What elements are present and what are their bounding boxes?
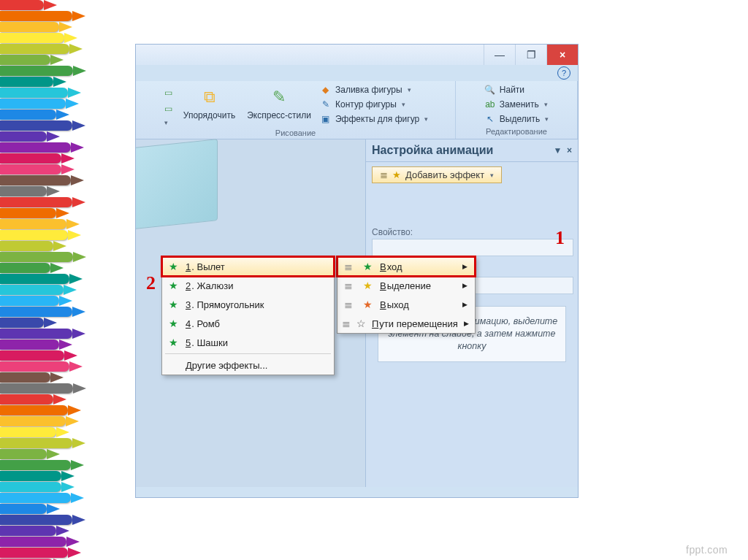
pencil-0 [0, 0, 44, 10]
arrange-button[interactable]: ⧉ Упорядочить [180, 84, 238, 122]
pencil-50 [0, 548, 68, 558]
dropdown-icon: ▾ [402, 101, 405, 108]
pencil-6 [0, 66, 73, 76]
replace-icon: ab [484, 99, 496, 110]
menu-item-label: Выход [380, 299, 409, 310]
ribbon-extra-2-icon[interactable]: ▭ [163, 103, 175, 115]
pencil-27 [0, 296, 59, 306]
submenu-more-label: Другие эффекты... [186, 360, 267, 371]
menu-item-entrance[interactable]: ≣ ★ Вход [337, 257, 475, 276]
property-label: Свойство: [372, 227, 413, 237]
shape-effects-button[interactable]: ▣ Эффекты для фигур ▾ [320, 113, 428, 125]
star-icon: ★ [361, 279, 374, 292]
dropdown-icon[interactable]: ▾ [164, 119, 175, 126]
submenu-item-label: 2. Жалюзи [186, 280, 233, 291]
ribbon-group-drawing-label: Рисование [275, 126, 316, 137]
ribbon: ▭ ▭ ▾ ⧉ Упорядочить ✎ Экспресс-стили ◆ З… [136, 81, 578, 139]
property-field: Свойство: [372, 227, 572, 256]
shape-effects-icon: ▣ [320, 113, 332, 125]
submenu-more[interactable]: Другие эффекты... [162, 356, 334, 375]
submenu-item-1[interactable]: ★ 1. Вылет [162, 257, 334, 276]
submenu-item-3[interactable]: ★ 3. Прямоугольник [162, 295, 334, 314]
arrange-label: Упорядочить [183, 110, 235, 120]
lines-icon: ≣ [342, 298, 355, 311]
pencil-33 [0, 361, 69, 372]
help-icon[interactable]: ? [557, 66, 570, 80]
pencil-23 [0, 252, 73, 262]
help-row: ? [136, 65, 578, 81]
menu-item-exit[interactable]: ≣ ★ Выход [337, 295, 475, 314]
submenu-item-4[interactable]: ★ 4. Ромб [162, 314, 334, 333]
panel-controls[interactable]: ▼ × [553, 145, 572, 156]
pencil-26 [0, 285, 64, 295]
quick-styles-button[interactable]: ✎ Экспресс-стили [244, 84, 314, 122]
star-icon: ★ [167, 317, 180, 330]
pencil-2 [0, 22, 59, 32]
menu-item-emphasis[interactable]: ≣ ★ Выделение [337, 276, 475, 295]
pencil-22 [0, 241, 53, 251]
pencil-37 [0, 405, 68, 415]
pencil-5 [0, 55, 50, 65]
submenu-item-label: 1. Вылет [186, 261, 225, 272]
select-icon: ↖ [484, 113, 496, 125]
slide-preview [135, 139, 218, 231]
pencil-9 [0, 99, 66, 109]
pencil-30 [0, 329, 72, 339]
add-effect-button[interactable]: ≣ ★ Добавить эффект ▾ [372, 166, 502, 183]
close-button[interactable]: × [546, 45, 578, 65]
lines-icon: ≣ [342, 260, 355, 273]
replace-label: Заменить [500, 99, 539, 110]
property-select[interactable] [372, 239, 573, 256]
pencil-43 [0, 471, 61, 481]
shape-outline-icon: ✎ [320, 99, 332, 110]
pencil-38 [0, 416, 66, 426]
find-label: Найти [500, 85, 524, 95]
shape-fill-icon: ◆ [320, 84, 332, 96]
pencil-sidebar [0, 0, 108, 560]
shape-fill-button[interactable]: ◆ Заливка фигуры ▾ [320, 84, 428, 96]
select-label: Выделить [500, 114, 540, 124]
pencil-11 [0, 120, 72, 131]
menu-item-label: Пути перемещения [372, 318, 458, 329]
star-icon: ★ [361, 260, 374, 273]
add-effect-label: Добавить эффект [405, 169, 484, 180]
find-button[interactable]: 🔍 Найти [484, 84, 549, 96]
submenu-item-2[interactable]: ★ 2. Жалюзи [162, 276, 334, 295]
list-icon: ≣ [380, 169, 388, 180]
pencil-3 [0, 33, 64, 43]
pencil-21 [0, 230, 68, 240]
pencil-1 [0, 11, 72, 21]
ribbon-extra-1-icon[interactable]: ▭ [163, 87, 175, 99]
pencil-16 [0, 175, 71, 185]
shape-outline-label: Контур фигуры [335, 99, 397, 110]
pencil-8 [0, 88, 68, 98]
pencil-44 [0, 482, 61, 492]
panel-title: Настройка анимации [372, 144, 493, 157]
maximize-button[interactable]: ❐ [515, 45, 546, 65]
dropdown-icon: ▾ [490, 172, 494, 179]
pencil-36 [0, 394, 53, 404]
pencil-42 [0, 460, 71, 470]
pencil-28 [0, 307, 72, 317]
menu-item-motion[interactable]: ≣ ☆ Пути перемещения [337, 314, 475, 333]
minimize-button[interactable]: — [484, 45, 515, 65]
pencil-19 [0, 208, 56, 218]
submenu-item-5[interactable]: ★ 5. Шашки [162, 333, 334, 352]
star-icon: ★ [167, 260, 180, 273]
pencil-48 [0, 526, 56, 536]
star-icon: ★ [167, 336, 180, 349]
pencil-45 [0, 493, 71, 503]
pencil-41 [0, 449, 47, 459]
pencil-7 [0, 77, 53, 87]
shape-fill-label: Заливка фигуры [335, 85, 402, 95]
menu-item-label: Вход [380, 261, 402, 272]
select-button[interactable]: ↖ Выделить ▾ [484, 113, 549, 125]
arrange-icon: ⧉ [198, 85, 221, 109]
dropdown-icon: ▾ [424, 115, 428, 123]
titlebar: — ❐ × [136, 45, 578, 65]
shape-outline-button[interactable]: ✎ Контур фигуры ▾ [320, 99, 428, 110]
pencil-13 [0, 142, 71, 153]
pencil-12 [0, 131, 47, 142]
replace-button[interactable]: ab Заменить ▾ [484, 99, 549, 110]
find-icon: 🔍 [484, 84, 496, 96]
